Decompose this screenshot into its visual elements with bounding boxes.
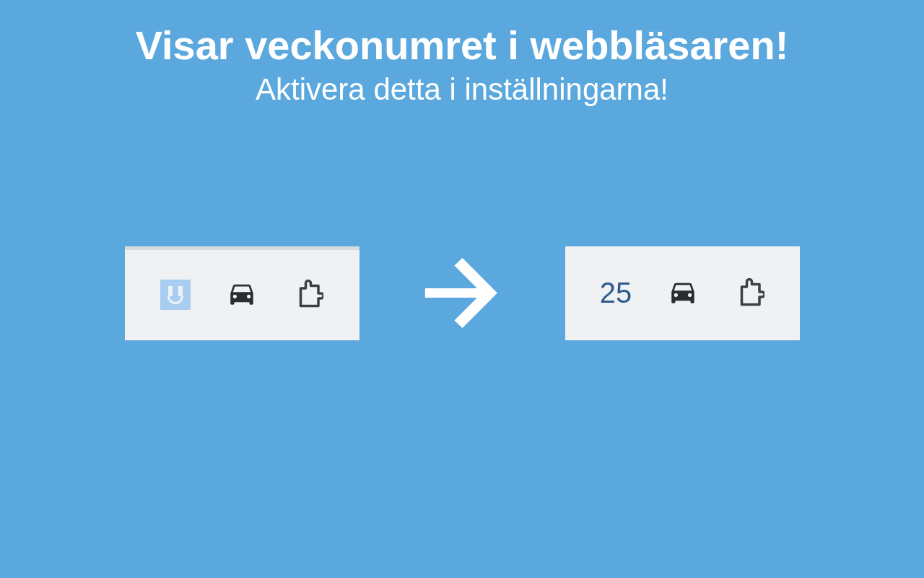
page-subtitle: Aktivera detta i inställningarna! (256, 72, 668, 107)
extensions-icon (293, 278, 323, 311)
toolbar-after: 25 (565, 246, 800, 340)
toolbar-before (125, 246, 359, 340)
smiley-icon (160, 280, 191, 310)
page-title: Visar veckonumret i webbläsaren! (136, 22, 789, 69)
car-icon (668, 277, 698, 310)
extensions-icon (734, 277, 764, 310)
arrow-icon (406, 237, 518, 349)
week-number-badge: 25 (600, 277, 632, 309)
car-icon (227, 278, 257, 311)
promo-container: Visar veckonumret i webbläsaren! Aktiver… (0, 0, 924, 578)
comparison-row: 25 (125, 237, 800, 349)
